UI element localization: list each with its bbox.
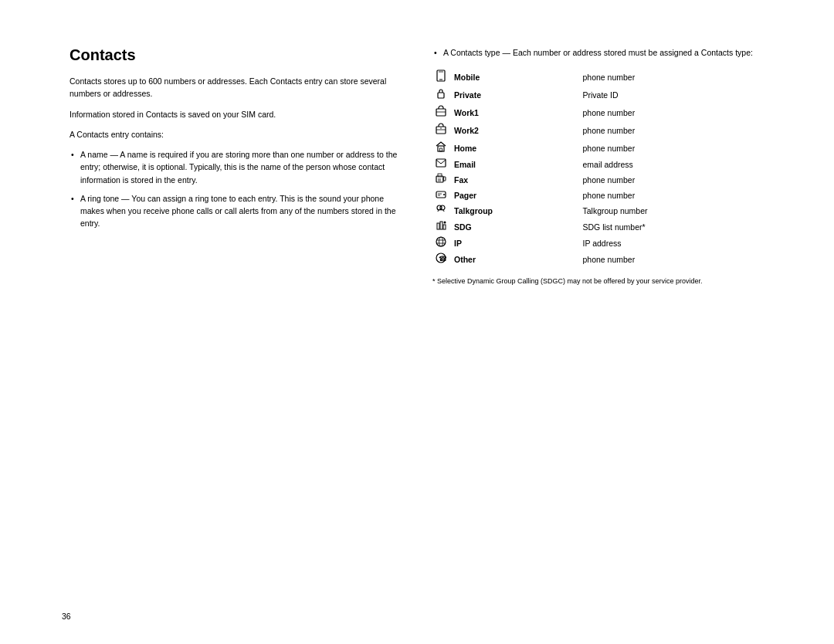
other-desc: phone number [579, 251, 764, 267]
intro-text-2: Information stored in Contacts is saved … [70, 108, 402, 120]
work1-desc: phone number [579, 103, 764, 121]
intro-text-1: Contacts stores up to 600 numbers or add… [70, 75, 402, 100]
svg-rect-14 [443, 177, 446, 181]
work1-icon [432, 103, 451, 121]
right-column: A Contacts type — Each number or address… [432, 46, 764, 287]
svg-rect-23 [437, 223, 439, 229]
home-icon [432, 139, 451, 157]
mobile-icon [432, 68, 451, 86]
contacts-table: Mobile phone number Private Private ID [432, 68, 764, 267]
sdg-label: SDG [451, 219, 579, 235]
table-row: ☎ Other phone number [432, 251, 764, 267]
table-row: Pager phone number [432, 188, 764, 202]
svg-text:☎: ☎ [439, 255, 446, 263]
home-desc: phone number [579, 139, 764, 157]
page-title: Contacts [70, 46, 402, 64]
talkgroup-desc: Talkgroup number [579, 202, 764, 219]
mobile-desc: phone number [579, 68, 764, 86]
private-label: Private [451, 86, 579, 103]
email-desc: email address [579, 157, 764, 171]
svg-point-26 [444, 222, 446, 224]
private-desc: Private ID [579, 86, 764, 103]
work2-desc: phone number [579, 121, 764, 139]
pager-label: Pager [451, 188, 579, 202]
table-row: Email email address [432, 157, 764, 171]
ip-desc: IP address [579, 235, 764, 251]
svg-rect-3 [438, 93, 444, 98]
table-row: Fax phone number [432, 171, 764, 188]
feature-bullets: A name — A name is required if you are s… [70, 148, 402, 230]
svg-point-28 [439, 237, 443, 246]
svg-rect-25 [443, 225, 446, 229]
ip-label: IP [451, 235, 579, 251]
svg-rect-9 [438, 146, 444, 151]
table-row: Work1 phone number [432, 103, 764, 121]
intro-text-3: A Contacts entry contains: [70, 128, 402, 141]
talkgroup-label: Talkgroup [451, 202, 579, 219]
page: Contacts Contacts stores up to 600 numbe… [0, 0, 834, 644]
other-label: Other [451, 251, 579, 267]
svg-rect-24 [440, 222, 442, 229]
bullet-name: A name — A name is required if you are s… [70, 148, 402, 186]
fax-label: Fax [451, 171, 579, 188]
work2-icon [432, 121, 451, 139]
work2-label: Work2 [451, 121, 579, 139]
footnote-text: * Selective Dynamic Group Calling (SDGC)… [432, 276, 764, 287]
other-icon: ☎ [432, 251, 451, 267]
table-row: SDG SDG list number* [432, 219, 764, 235]
right-intro: A Contacts type — Each number or address… [432, 46, 764, 59]
svg-point-20 [443, 194, 445, 195]
page-number: 36 [62, 612, 71, 621]
svg-rect-11 [436, 159, 446, 167]
fax-icon [432, 171, 451, 188]
table-row: Work2 phone number [432, 121, 764, 139]
sdg-desc: SDG list number* [579, 219, 764, 235]
work1-label: Work1 [451, 103, 579, 121]
svg-point-27 [436, 237, 446, 246]
sdg-icon [432, 219, 451, 235]
svg-rect-6 [436, 127, 446, 134]
bullet-ringtone: A ring tone — You can assign a ring tone… [70, 192, 402, 230]
svg-rect-10 [440, 148, 442, 151]
talkgroup-icon [432, 202, 451, 219]
home-label: Home [451, 139, 579, 157]
pager-icon [432, 188, 451, 202]
email-label: Email [451, 157, 579, 171]
fax-desc: phone number [579, 171, 764, 188]
email-icon [432, 157, 451, 171]
table-row: Talkgroup Talkgroup number [432, 202, 764, 219]
mobile-label: Mobile [451, 68, 579, 86]
left-column: Contacts Contacts stores up to 600 numbe… [70, 46, 402, 238]
private-icon [432, 86, 451, 103]
table-row: Private Private ID [432, 86, 764, 103]
pager-desc: phone number [579, 188, 764, 202]
ip-icon [432, 235, 451, 251]
table-row: Mobile phone number [432, 68, 764, 86]
table-row: Home phone number [432, 139, 764, 157]
content-area: Contacts Contacts stores up to 600 numbe… [70, 46, 764, 287]
svg-rect-4 [436, 109, 446, 116]
table-row: IP IP address [432, 235, 764, 251]
